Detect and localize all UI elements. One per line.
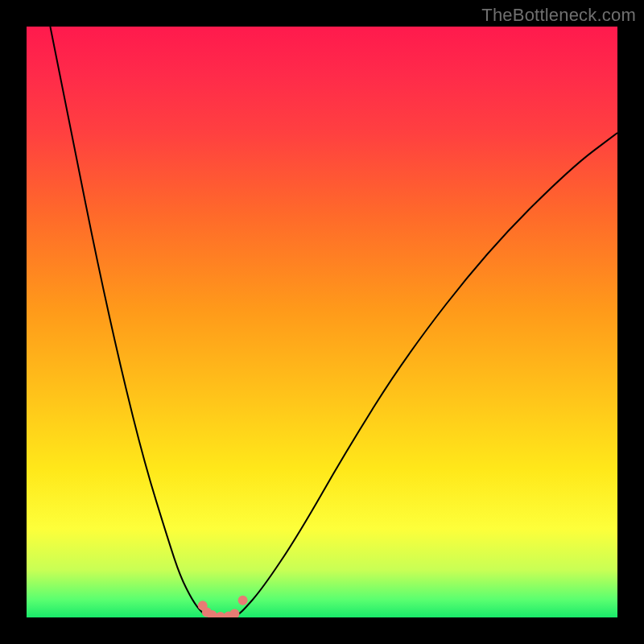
chart-frame: TheBottleneck.com: [0, 0, 644, 644]
curve-dot: [229, 609, 239, 617]
curve-dots-group: [198, 596, 248, 617]
curve-dot: [216, 612, 225, 617]
curve-dot: [238, 596, 248, 605]
plot-area: [27, 27, 617, 617]
watermark-text: TheBottleneck.com: [481, 5, 636, 26]
bottleneck-curve: [50, 27, 617, 617]
curve-svg: [27, 27, 617, 617]
